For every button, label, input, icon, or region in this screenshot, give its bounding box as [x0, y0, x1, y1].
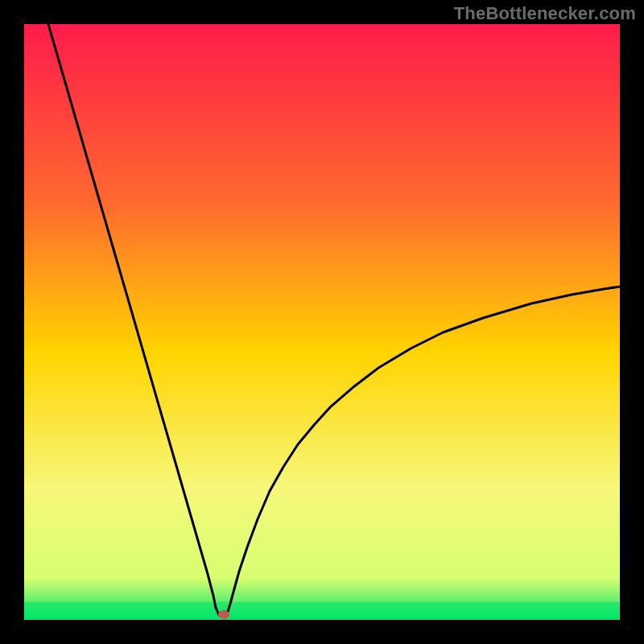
svg-point-2 [218, 610, 229, 619]
optimal-marker [218, 610, 229, 619]
chart-frame: TheBottlenecker.com [0, 0, 644, 644]
bottleneck-chart [0, 0, 644, 644]
svg-rect-1 [24, 602, 620, 620]
watermark-text: TheBottlenecker.com [454, 3, 636, 24]
green-band [24, 602, 620, 620]
plot-background [24, 24, 620, 620]
